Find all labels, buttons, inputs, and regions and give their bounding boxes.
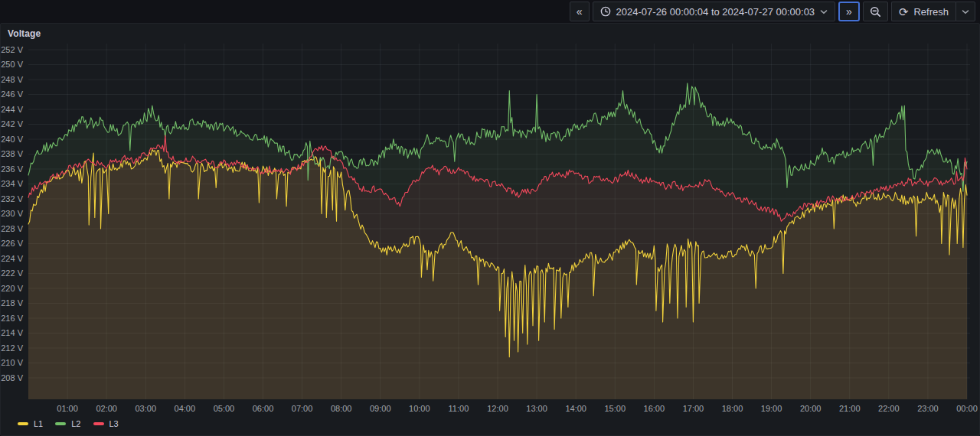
- y-axis-tick-label: 230 V: [1, 209, 23, 218]
- y-axis-tick-label: 240 V: [1, 135, 23, 144]
- x-axis-tick-label: 07:00: [292, 404, 313, 413]
- chevron-down-icon: [962, 9, 969, 15]
- y-axis-tick-label: 248 V: [1, 75, 23, 84]
- x-axis-tick-label: 18:00: [722, 404, 743, 413]
- x-axis-tick-label: 23:00: [917, 404, 939, 413]
- legend-item-L3[interactable]: L3: [93, 419, 119, 428]
- magnifier-minus-icon: [870, 6, 881, 18]
- zoom-out-button[interactable]: [863, 2, 888, 21]
- x-axis-tick-label: 03:00: [135, 404, 156, 413]
- legend-dash-L2: [55, 422, 66, 425]
- y-axis-tick-label: 222 V: [1, 268, 23, 278]
- y-axis-tick-label: 208 V: [1, 373, 23, 382]
- double-chevron-left-icon: «: [577, 6, 583, 17]
- voltage-panel: Voltage 208 V210 V212 V214 V216 V218 V22…: [0, 23, 980, 436]
- time-shift-back-button[interactable]: «: [570, 2, 590, 21]
- x-axis-tick-label: 13:00: [526, 404, 547, 413]
- x-axis-tick-label: 08:00: [331, 404, 352, 413]
- x-axis-tick-label: 21:00: [839, 404, 861, 413]
- legend-item-L2[interactable]: L2: [55, 419, 80, 428]
- y-axis-tick-label: 252 V: [1, 45, 23, 54]
- time-shift-forward-button[interactable]: »: [838, 2, 860, 21]
- x-axis-tick-label: 06:00: [253, 404, 274, 413]
- legend-dash-L1: [18, 422, 28, 425]
- x-axis-tick-label: 09:00: [370, 404, 391, 413]
- x-axis-tick-label: 01:00: [57, 404, 78, 413]
- y-axis-tick-label: 250 V: [1, 60, 23, 69]
- refresh-interval-dropdown-button[interactable]: [956, 2, 975, 21]
- legend-dash-L3: [93, 422, 104, 425]
- time-series-plot[interactable]: 208 V210 V212 V214 V216 V218 V220 V222 V…: [1, 24, 980, 436]
- y-axis-tick-label: 246 V: [1, 89, 23, 99]
- y-axis-tick-label: 224 V: [1, 254, 23, 263]
- x-axis-tick-label: 15:00: [604, 404, 626, 413]
- y-axis-tick-label: 238 V: [1, 149, 23, 158]
- time-range-picker-button[interactable]: 2024-07-26 00:00:04 to 2024-07-27 00:00:…: [593, 2, 836, 21]
- x-axis-tick-label: 04:00: [175, 404, 196, 413]
- refresh-label: Refresh: [913, 6, 949, 18]
- x-axis-tick-label: 12:00: [487, 404, 508, 413]
- x-axis-tick-label: 05:00: [214, 404, 235, 413]
- y-axis-tick-label: 244 V: [1, 105, 23, 114]
- x-axis-tick-label: 02:00: [96, 404, 117, 413]
- y-axis-tick-label: 210 V: [1, 358, 23, 367]
- y-axis-tick-label: 232 V: [1, 194, 23, 203]
- legend-label-L2: L2: [71, 419, 80, 428]
- refresh-icon: ⟳: [899, 6, 909, 18]
- x-axis-tick-label: 20:00: [800, 404, 822, 413]
- y-axis-tick-label: 228 V: [1, 224, 23, 233]
- y-axis-tick-label: 226 V: [1, 239, 23, 248]
- y-axis-tick-label: 212 V: [1, 343, 23, 353]
- legend-item-L1[interactable]: L1: [18, 419, 43, 428]
- x-axis-tick-label: 16:00: [644, 404, 665, 413]
- x-axis-tick-label: 00:00: [956, 404, 978, 413]
- double-chevron-right-icon: »: [846, 6, 852, 17]
- dashboard-toolbar: « 2024-07-26 00:00:04 to 2024-07-27 00:0…: [0, 0, 980, 23]
- chevron-down-icon: [820, 9, 828, 15]
- y-axis-tick-label: 216 V: [1, 314, 23, 323]
- legend-label-L3: L3: [109, 419, 119, 428]
- y-axis-tick-label: 242 V: [1, 119, 23, 129]
- legend-label-L1: L1: [34, 419, 43, 428]
- legend: L1L2L3: [18, 419, 119, 428]
- y-axis-tick-label: 234 V: [1, 179, 23, 188]
- refresh-button-group: ⟳ Refresh: [891, 2, 975, 21]
- time-range-label: 2024-07-26 00:00:04 to 2024-07-27 00:00:…: [616, 6, 815, 18]
- x-axis-tick-label: 19:00: [761, 404, 782, 413]
- clock-icon: [600, 6, 611, 17]
- y-axis-tick-label: 236 V: [1, 164, 23, 174]
- x-axis-tick-label: 14:00: [565, 404, 586, 413]
- y-axis-tick-label: 220 V: [1, 284, 23, 293]
- refresh-button[interactable]: ⟳ Refresh: [891, 2, 956, 21]
- y-axis-tick-label: 218 V: [1, 298, 23, 307]
- x-axis-tick-label: 10:00: [409, 404, 430, 413]
- x-axis-tick-label: 11:00: [449, 404, 469, 413]
- y-axis-tick-label: 214 V: [1, 328, 23, 337]
- x-axis-tick-label: 17:00: [683, 404, 704, 413]
- x-axis-tick-label: 22:00: [878, 404, 900, 413]
